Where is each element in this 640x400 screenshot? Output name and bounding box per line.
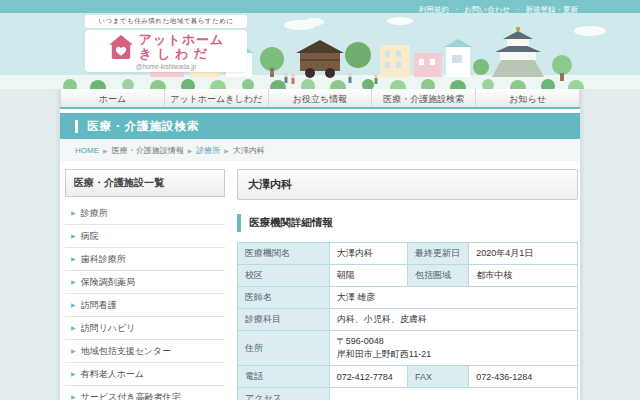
sidebar-item-label: サービス付き高齢者住宅: [81, 391, 181, 400]
sidebar-title: 医療・介護施設一覧: [65, 169, 225, 197]
detail-value: 072-436-1284: [469, 366, 578, 388]
header-banner: いつまでも住み慣れた地域で暮らすために アットホーム きしわだ @home-ki…: [0, 13, 640, 89]
sidebar-item-label: 有料老人ホーム: [81, 368, 144, 381]
page: 利用規約・お問い合わせ・新規登録・更新: [0, 0, 640, 400]
detail-label: 包括圏域: [407, 265, 468, 287]
chevron-right-icon: ▶: [71, 210, 76, 216]
logo-line2: きしわだ: [139, 47, 225, 61]
detail-label: 医師名: [238, 287, 330, 309]
chevron-right-icon: ▶: [71, 394, 76, 400]
table-row: 電話072-412-7784FAX072-436-1284: [238, 366, 578, 388]
table-row: 医師名大澤 雄彦: [238, 287, 578, 309]
detail-value: [329, 388, 577, 400]
detail-value: 〒596-0048 岸和田市上野町西11-21: [329, 331, 577, 366]
sidebar-item[interactable]: ▶訪問リハビリ: [65, 317, 225, 340]
details-table-body: 医療機関名大澤内科最終更新日2020年4月1日校区朝陽包括圏域都市中核医師名大澤…: [238, 243, 578, 400]
sidebar-item[interactable]: ▶歯科診療所: [65, 248, 225, 271]
sidebar-item[interactable]: ▶サービス付き高齢者住宅: [65, 386, 225, 400]
detail-value: 大澤 雄彦: [329, 287, 577, 309]
sidebar-item[interactable]: ▶保険調剤薬局: [65, 271, 225, 294]
detail-value: 都市中核: [469, 265, 578, 287]
breadcrumb-link[interactable]: 診療所: [196, 145, 220, 156]
logo-line1: アットホーム: [139, 33, 225, 47]
detail-label: 校区: [238, 265, 330, 287]
breadcrumb-separator: ▶: [188, 147, 193, 154]
sidebar-item-label: 保険調剤薬局: [81, 276, 135, 289]
main-content: 大澤内科 医療機関詳細情報 医療機関名大澤内科最終更新日2020年4月1日校区朝…: [237, 169, 578, 400]
page-title-band: 医療・介護施設検索: [60, 113, 580, 139]
sidebar-item-label: 地域包括支援センター: [81, 345, 172, 358]
sidebar-list: ▶診療所▶病院▶歯科診療所▶保険調剤薬局▶訪問看護▶訪問リハビリ▶地域包括支援セ…: [65, 202, 225, 400]
breadcrumb-separator: ▶: [224, 147, 229, 154]
nav-tab[interactable]: お知らせ: [476, 89, 580, 107]
sidebar-item-label: 訪問リハビリ: [81, 322, 136, 335]
detail-label: 電話: [238, 366, 330, 388]
nav-tab[interactable]: ホーム: [60, 89, 165, 107]
site-logo[interactable]: いつまでも住み慣れた地域で暮らすために アットホーム きしわだ @home-ki…: [85, 15, 247, 72]
chevron-right-icon: ▶: [71, 279, 76, 285]
chevron-right-icon: ▶: [71, 371, 76, 377]
sidebar-item-label: 診療所: [81, 207, 108, 220]
table-row: 住所〒596-0048 岸和田市上野町西11-21: [238, 331, 578, 366]
breadcrumb-link[interactable]: HOME: [75, 146, 99, 155]
page-title: 医療・介護施設検索: [87, 119, 200, 134]
logo-domain: @home-kishiwada.jp: [91, 63, 241, 70]
details-table: 医療機関名大澤内科最終更新日2020年4月1日校区朝陽包括圏域都市中核医師名大澤…: [237, 242, 578, 400]
detail-value: 朝陽: [329, 265, 407, 287]
breadcrumb-separator: ▶: [103, 147, 108, 154]
content-container: ホームアットホームきしわだお役立ち情報医療・介護施設検索お知らせ 医療・介護施設…: [60, 89, 580, 400]
chevron-right-icon: ▶: [71, 256, 76, 262]
section-title: 医療機関詳細情報: [237, 214, 578, 232]
title-bar-decoration: [75, 120, 78, 133]
nav-tab[interactable]: お役立ち情報: [269, 89, 373, 107]
top-utility-bar: 利用規約・お問い合わせ・新規登録・更新: [0, 0, 640, 13]
detail-label: 最終更新日: [407, 243, 468, 265]
detail-value: 大澤内科: [329, 243, 407, 265]
detail-value: 2020年4月1日: [469, 243, 578, 265]
table-row: 医療機関名大澤内科最終更新日2020年4月1日: [238, 243, 578, 265]
detail-value: 内科、小児科、皮膚科: [329, 309, 577, 331]
logo-house-icon: [108, 34, 134, 60]
detail-label: 診療科目: [238, 309, 330, 331]
sidebar-item[interactable]: ▶診療所: [65, 202, 225, 225]
chevron-right-icon: ▶: [71, 233, 76, 239]
sidebar: 医療・介護施設一覧 ▶診療所▶病院▶歯科診療所▶保険調剤薬局▶訪問看護▶訪問リハ…: [65, 169, 225, 400]
chevron-right-icon: ▶: [71, 348, 76, 354]
table-row: 診療科目内科、小児科、皮膚科: [238, 309, 578, 331]
nav-tab[interactable]: アットホームきしわだ: [165, 89, 269, 107]
sidebar-item-label: 訪問看護: [81, 299, 117, 312]
breadcrumb-current: 医療・介護施設情報: [112, 145, 184, 156]
sidebar-item[interactable]: ▶訪問看護: [65, 294, 225, 317]
sidebar-item-label: 歯科診療所: [81, 253, 126, 266]
table-row: 校区朝陽包括圏域都市中核: [238, 265, 578, 287]
sidebar-item[interactable]: ▶有料老人ホーム: [65, 363, 225, 386]
sidebar-item[interactable]: ▶病院: [65, 225, 225, 248]
table-row: アクセス: [238, 388, 578, 400]
sidebar-item-label: 病院: [81, 230, 99, 243]
detail-label: アクセス: [238, 388, 330, 400]
logo-tagline: いつまでも住み慣れた地域で暮らすために: [85, 15, 247, 28]
breadcrumb-current: 大澤内科: [233, 145, 265, 156]
breadcrumb: HOME▶医療・介護施設情報▶診療所▶大澤内科: [60, 139, 580, 161]
nav-tab[interactable]: 医療・介護施設検索: [372, 89, 476, 107]
detail-label: FAX: [407, 366, 468, 388]
chevron-right-icon: ▶: [71, 325, 76, 331]
detail-label: 住所: [238, 331, 330, 366]
main-nav: ホームアットホームきしわだお役立ち情報医療・介護施設検索お知らせ: [60, 89, 580, 109]
facility-name-heading: 大澤内科: [237, 169, 578, 200]
chevron-right-icon: ▶: [71, 302, 76, 308]
sidebar-item[interactable]: ▶地域包括支援センター: [65, 340, 225, 363]
detail-label: 医療機関名: [238, 243, 330, 265]
detail-value: 072-412-7784: [329, 366, 407, 388]
